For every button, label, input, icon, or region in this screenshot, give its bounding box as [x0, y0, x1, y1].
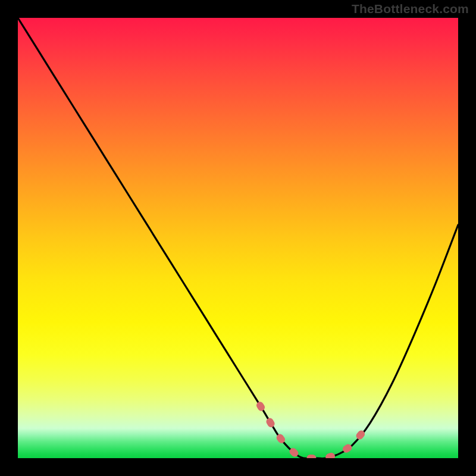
chart-frame: TheBottleneck.com	[0, 0, 476, 476]
plot-background	[18, 18, 458, 458]
watermark-text: TheBottleneck.com	[352, 2, 469, 16]
gradient-lower	[18, 428, 458, 458]
gradient-upper	[18, 18, 458, 428]
